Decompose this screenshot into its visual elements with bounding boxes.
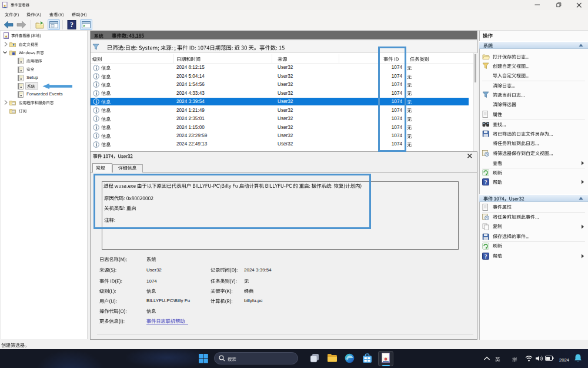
svg-text:?: ?	[70, 21, 74, 29]
svg-text:?: ?	[485, 253, 487, 259]
svg-text:?: ?	[485, 180, 487, 185]
